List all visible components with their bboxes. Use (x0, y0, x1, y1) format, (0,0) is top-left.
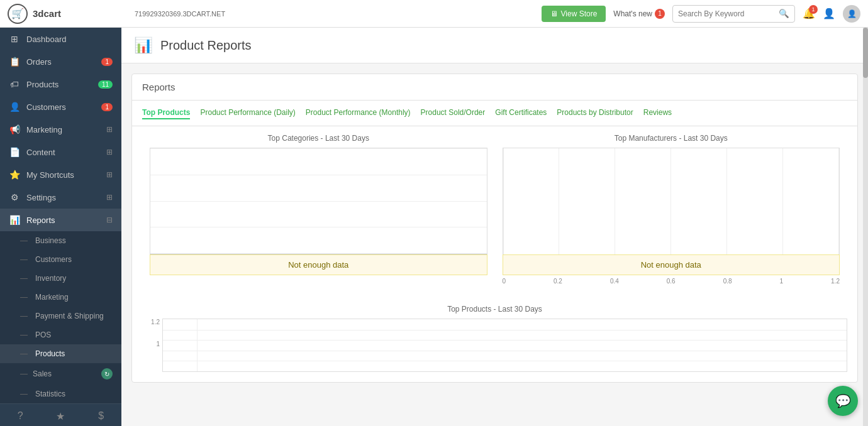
top-products-title: Top Products - Last 30 Days (142, 305, 847, 314)
dollar-icon: $ (98, 410, 104, 421)
sales-icon: ↻ (101, 368, 113, 380)
tab-product-performance-daily[interactable]: Product Performance (Daily) (200, 107, 295, 119)
sidebar-item-my-shortcuts[interactable]: ⭐ My Shortcuts ⊞ (0, 163, 121, 186)
sidebar-subitem-marketing[interactable]: — Marketing (0, 288, 121, 307)
orders-icon: 📋 (9, 57, 20, 67)
dash-icon: — (20, 293, 28, 302)
x-label-4: 0.8 (723, 278, 732, 285)
favorites-button[interactable]: ★ (40, 404, 81, 426)
top-products-section: Top Products - Last 30 Days 1.2 1 (132, 305, 857, 382)
sidebar-item-label: Orders (26, 57, 95, 67)
sidebar-subitem-pos[interactable]: — POS (0, 325, 121, 344)
page-header: 📊 Product Reports (121, 28, 868, 63)
expand-icon: ⊞ (106, 125, 113, 134)
reports-card-header: Reports (132, 74, 857, 101)
view-store-label: View Store (561, 9, 598, 18)
sidebar-item-label: Settings (26, 193, 100, 202)
sidebar-item-products[interactable]: 🏷 Products 11 (0, 73, 121, 96)
sidebar-subitem-sales[interactable]: — Sales ↻ (0, 363, 121, 385)
sidebar-subitem-business[interactable]: — Business (0, 231, 121, 250)
main-layout: ⊞ Dashboard 📋 Orders 1 🏷 Products 11 👤 C… (0, 28, 868, 426)
logo-area: 🛒 3dcart (8, 4, 127, 24)
search-button[interactable]: 🔍 (774, 9, 794, 18)
reports-tabs: Top Products Product Performance (Daily)… (132, 101, 857, 126)
customers-badge: 1 (101, 103, 113, 111)
logo-icon: 🛒 (8, 4, 28, 24)
dash-icon: — (20, 369, 28, 378)
sidebar-item-label: Customers (26, 102, 95, 112)
billing-button[interactable]: $ (81, 404, 121, 426)
charts-row-top: Top Categories - Last 30 Days Not enough… (132, 126, 857, 305)
expand-icon: ⊞ (106, 170, 113, 179)
marketing-icon: 📢 (9, 124, 20, 134)
dash-icon: — (20, 390, 28, 398)
user-icon[interactable]: 👤 (823, 8, 835, 19)
sidebar-item-orders[interactable]: 📋 Orders 1 (0, 50, 121, 73)
tab-products-by-distributor[interactable]: Products by Distributor (557, 107, 633, 119)
whats-new-badge: 1 (655, 9, 665, 19)
top-categories-title: Top Categories - Last 30 Days (150, 134, 487, 143)
content-icon: 📄 (9, 147, 20, 157)
sidebar-subitem-label: Marketing (35, 293, 69, 302)
sidebar-item-content[interactable]: 📄 Content ⊞ (0, 141, 121, 163)
avatar[interactable]: 👤 (843, 5, 860, 23)
sidebar-item-settings[interactable]: ⚙ Settings ⊞ (0, 186, 121, 209)
sidebar-subitem-label: Products (35, 349, 65, 358)
sidebar-item-marketing[interactable]: 📢 Marketing ⊞ (0, 118, 121, 141)
orders-badge: 1 (101, 58, 113, 66)
top-categories-no-data: Not enough data (150, 254, 487, 275)
sidebar-item-reports[interactable]: 📊 Reports ⊟ (0, 209, 121, 231)
tab-reviews[interactable]: Reviews (643, 107, 672, 119)
x-label-6: 1.2 (831, 278, 840, 285)
sidebar-subitem-customers[interactable]: — Customers (0, 250, 121, 269)
content-area: 📊 Product Reports Reports Top Products P… (121, 28, 868, 426)
tab-product-sold-order[interactable]: Product Sold/Order (421, 107, 486, 119)
scroll-thumb[interactable] (863, 28, 868, 78)
tab-product-performance-monthly[interactable]: Product Performance (Monthly) (306, 107, 411, 119)
products-icon: 🏷 (9, 79, 20, 89)
top-navigation: 🛒 3dcart 719929320369.3DCART.NET 🖥 View … (0, 0, 868, 28)
dashboard-icon: ⊞ (9, 34, 20, 44)
sidebar-subitem-statistics[interactable]: — Statistics (0, 385, 121, 403)
dash-icon: — (20, 312, 28, 320)
x-label-3: 0.6 (667, 278, 676, 285)
monitor-icon: 🖥 (550, 9, 558, 18)
nav-right: What's new 1 🔍 🔔 1 👤 👤 (613, 5, 860, 23)
sidebar-subitem-label: Customers (35, 255, 72, 264)
sidebar-subitem-label: POS (35, 330, 51, 339)
expand-icon: ⊞ (106, 193, 113, 202)
chat-button[interactable]: 💬 (828, 386, 858, 416)
chat-icon: 💬 (835, 393, 851, 408)
sidebar-item-customers[interactable]: 👤 Customers 1 (0, 96, 121, 118)
sidebar-subitem-payment-shipping[interactable]: — Payment & Shipping (0, 307, 121, 325)
help-button[interactable]: ? (0, 404, 40, 426)
y-label-mid: 1 (156, 341, 160, 347)
x-label-1: 0.2 (554, 278, 562, 285)
sidebar-item-dashboard[interactable]: ⊞ Dashboard (0, 28, 121, 50)
top-manufacturers-chart: Top Manufacturers - Last 30 Days (495, 126, 848, 295)
reports-icon: 📊 (9, 215, 20, 225)
sidebar-subitem-label: Statistics (35, 390, 65, 398)
x-label-0: 0 (503, 278, 506, 285)
view-store-button[interactable]: 🖥 View Store (542, 6, 606, 22)
sidebar-subitem-inventory[interactable]: — Inventory (0, 269, 121, 288)
scrollbar[interactable] (863, 28, 868, 426)
shortcuts-icon: ⭐ (9, 170, 20, 180)
dash-icon: — (20, 255, 28, 264)
search-input[interactable] (673, 9, 774, 18)
y-label-top: 1.2 (151, 319, 160, 325)
expand-icon: ⊟ (106, 216, 113, 224)
star-icon: ★ (56, 411, 65, 422)
expand-icon: ⊞ (106, 148, 113, 156)
x-label-5: 1 (780, 278, 784, 285)
x-label-2: 0.4 (610, 278, 619, 285)
tab-top-products[interactable]: Top Products (142, 107, 190, 119)
sidebar-subitem-label: Payment & Shipping (35, 312, 104, 320)
dash-icon: — (20, 330, 28, 339)
sidebar-subitem-products[interactable]: — Products (0, 344, 121, 363)
customers-icon: 👤 (9, 102, 20, 112)
tab-gift-certificates[interactable]: Gift Certificates (495, 107, 547, 119)
notification-icon[interactable]: 🔔 1 (803, 8, 815, 19)
sidebar-subitem-label: Inventory (35, 274, 66, 283)
whats-new[interactable]: What's new 1 (613, 9, 665, 19)
